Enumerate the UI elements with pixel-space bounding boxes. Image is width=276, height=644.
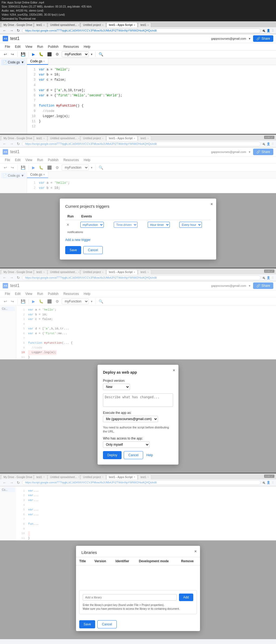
- code-editor-2[interactable]: 1 var a = 'hello'; 2 var b = 10;: [27, 178, 276, 193]
- tab4-test1-a[interactable]: test1 ×: [34, 475, 47, 479]
- trigger-timer-select[interactable]: Hour timer: [148, 222, 170, 228]
- url-bar[interactable]: https://script.google.com/aTTThjqjkLbCJd…: [22, 28, 261, 33]
- settings-btn-2[interactable]: ⚙: [54, 165, 60, 170]
- tab-close-icon[interactable]: ×: [102, 24, 104, 26]
- code-tab-close-icon[interactable]: ×: [43, 60, 45, 63]
- share-button-1[interactable]: 🔗 Share: [253, 35, 273, 42]
- tab-close-icon[interactable]: ×: [134, 24, 135, 26]
- save-btn-3[interactable]: 💾: [20, 299, 26, 304]
- file-item-2[interactable]: 📄 Code.gs ▼: [1, 173, 26, 179]
- libraries-close-button[interactable]: ×: [194, 549, 197, 554]
- tab-close-4b[interactable]: ×: [43, 476, 45, 478]
- url-bar-3[interactable]: https://script.google.com/aTTThjqjkLbCJd…: [22, 275, 261, 280]
- tab-my-drive[interactable]: My Drive - Google Drive ×: [1, 22, 33, 27]
- menu-run-2[interactable]: Run: [35, 157, 45, 163]
- deploy-close-button[interactable]: ×: [173, 368, 175, 373]
- file-item-4[interactable]: Co...: [1, 488, 15, 492]
- redo-btn-3[interactable]: ↪: [10, 299, 15, 304]
- trigger-function-select[interactable]: myFunction: [80, 222, 104, 228]
- tab-close-4d[interactable]: ×: [102, 476, 104, 478]
- refresh-btn-3[interactable]: ↻: [16, 275, 21, 280]
- menu-help-2[interactable]: Help: [82, 157, 93, 163]
- forward-btn-4[interactable]: →: [9, 480, 15, 485]
- share-button-2[interactable]: 🔗 Share: [253, 149, 273, 155]
- tab3-apps-script[interactable]: test1 - Apps Script ×: [106, 270, 137, 274]
- tab2-test1-b[interactable]: test1 ×: [138, 136, 151, 141]
- menu-edit[interactable]: Edit: [13, 44, 23, 50]
- redo-button[interactable]: ↪: [10, 52, 15, 57]
- debug-btn-2[interactable]: 🐛: [38, 165, 44, 170]
- tab-close-icon-3e[interactable]: ×: [134, 271, 135, 274]
- tab-close-icon[interactable]: ×: [43, 137, 45, 140]
- deploy-cancel-button[interactable]: Cancel: [124, 451, 143, 459]
- tab-close-icon-3d[interactable]: ×: [102, 271, 104, 274]
- stop-btn-3[interactable]: ⬛: [46, 299, 53, 304]
- tab3-project[interactable]: Untitled project ×: [81, 270, 106, 274]
- user-dropdown-icon[interactable]: ▼: [248, 37, 251, 40]
- trigger-event-type-select[interactable]: Time-driven: [114, 222, 137, 228]
- stop-button[interactable]: ⬛: [46, 52, 53, 57]
- file-item-3[interactable]: Co...: [1, 306, 15, 311]
- code-tab-close-2[interactable]: ×: [43, 173, 45, 176]
- menu-edit-2[interactable]: Edit: [13, 157, 23, 163]
- tab4-apps-script[interactable]: test1 - Apps Script ×: [106, 475, 137, 479]
- tab4-my-drive[interactable]: My Drive - Google Drive ×: [1, 475, 33, 479]
- menu-publish-3[interactable]: Publish: [46, 291, 61, 297]
- libraries-cancel-button[interactable]: Cancel: [97, 620, 116, 628]
- back-btn-2[interactable]: ←: [2, 141, 8, 146]
- tab3-spreadsheet[interactable]: Untitled spreadsheet... ×: [48, 270, 80, 274]
- refresh-btn-2[interactable]: ↻: [16, 141, 21, 146]
- menu-help[interactable]: Help: [82, 44, 93, 50]
- search-btn-3[interactable]: 🔍: [98, 299, 104, 304]
- back-btn-3[interactable]: ←: [2, 275, 8, 280]
- run-btn-2[interactable]: ▶: [31, 165, 36, 170]
- tab-apps-script[interactable]: test1 - Apps Script ×: [106, 22, 137, 27]
- search-button[interactable]: 🔍: [98, 52, 104, 57]
- undo-button[interactable]: ↩: [3, 52, 8, 57]
- file-menu-icon[interactable]: ▼: [21, 60, 24, 64]
- menu-resources-2[interactable]: Resources: [61, 157, 81, 163]
- back-button[interactable]: ←: [2, 28, 8, 33]
- triggers-save-button[interactable]: Save: [65, 246, 81, 254]
- file-item-codeg[interactable]: 📄 Code.gs ▼: [1, 59, 26, 65]
- share-button-3[interactable]: 🔗 Share: [253, 282, 273, 289]
- redo-btn-2[interactable]: ↪: [10, 165, 15, 170]
- code-editor-1[interactable]: 1 var a = 'hello'; 2 var b = 10; 3 var c…: [27, 65, 276, 134]
- code-editor-4[interactable]: 1var... 2var... 3var... 4 5var... 6var..…: [16, 486, 276, 540]
- forward-btn-2[interactable]: →: [9, 141, 15, 146]
- add-trigger-link[interactable]: Add a new trigger: [65, 238, 91, 242]
- tab-close-icon[interactable]: ×: [102, 137, 104, 140]
- run-button[interactable]: ▶: [31, 52, 36, 57]
- undo-btn-2[interactable]: ↩: [3, 165, 8, 170]
- run-btn-3[interactable]: ▶: [31, 299, 36, 304]
- tab-close-icon[interactable]: ×: [78, 137, 80, 140]
- tab-test1-b[interactable]: test1 ×: [138, 22, 151, 27]
- tab2-test1-a[interactable]: test1 ×: [34, 136, 47, 141]
- settings-button[interactable]: ⚙: [54, 52, 60, 57]
- menu-view-3[interactable]: View: [23, 291, 34, 297]
- tab3-my-drive[interactable]: My Drive - Google Drive ×: [1, 270, 33, 274]
- menu-run-3[interactable]: Run: [35, 291, 45, 297]
- triggers-close-button[interactable]: ×: [211, 202, 213, 207]
- refresh-button[interactable]: ↻: [16, 28, 21, 33]
- tab-close-4e[interactable]: ×: [134, 476, 135, 478]
- access-select[interactable]: Only myself Anyone Anyone, even anonymou…: [103, 441, 150, 448]
- stop-btn-2[interactable]: ⬛: [46, 165, 53, 170]
- code-tab-2[interactable]: Code.gs ×: [27, 172, 48, 178]
- tab2-project[interactable]: Untitled project ×: [81, 136, 106, 141]
- project-version-select[interactable]: New: [103, 384, 130, 390]
- search-btn-2[interactable]: 🔍: [98, 165, 104, 170]
- menu-resources[interactable]: Resources: [61, 44, 81, 50]
- tab-close-icon-3f[interactable]: ×: [147, 271, 149, 274]
- forward-btn-3[interactable]: →: [9, 275, 15, 280]
- url-bar-2[interactable]: https://script.google.com/aTTThjqjkLbCJd…: [22, 142, 261, 146]
- code-editor-3[interactable]: 1var a = 'hello'; 2var b = 10; 3var c = …: [16, 305, 276, 359]
- tab4-spreadsheet[interactable]: Untitled spreadsheet... ×: [48, 475, 80, 479]
- libraries-save-button[interactable]: Save: [79, 620, 95, 628]
- execute-as-select[interactable]: Me (gappscourses@gmail.com): [103, 416, 158, 422]
- url-bar-4[interactable]: https://script.google.com/aTTThjqjkLbCJd…: [22, 480, 261, 485]
- tab2-spreadsheet[interactable]: Untitled spreadsheet... ×: [48, 136, 80, 141]
- function-selector[interactable]: myFunction: [62, 51, 89, 57]
- menu-view[interactable]: View: [23, 44, 34, 50]
- tab-close-4f[interactable]: ×: [147, 476, 149, 478]
